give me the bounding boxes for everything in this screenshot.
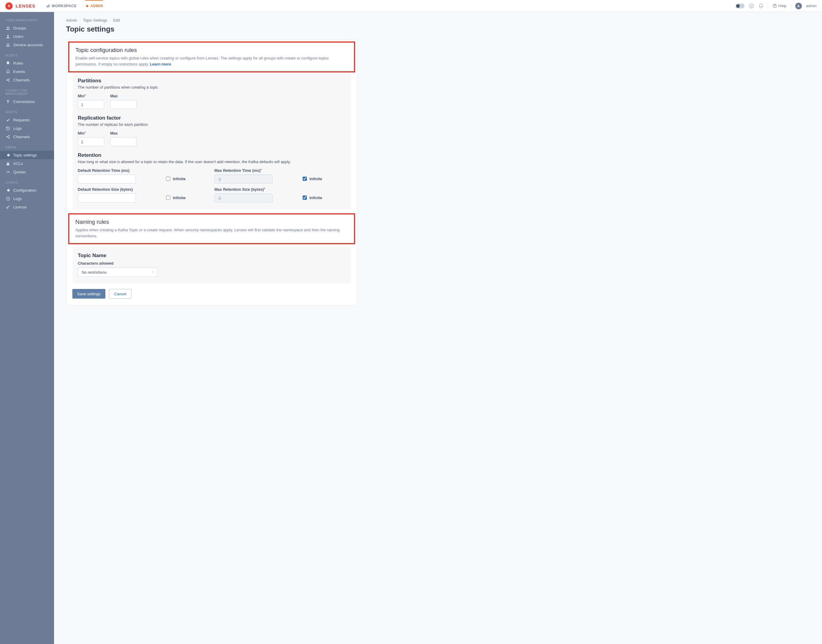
gear-icon: [85, 4, 89, 8]
breadcrumb-topic-settings[interactable]: Topic Settings: [83, 18, 107, 23]
gear-icon: [5, 153, 10, 157]
theme-toggle[interactable]: [736, 4, 744, 8]
replication-min-input[interactable]: [78, 137, 104, 146]
retention-desc: How long or what size is allowed for a t…: [78, 159, 346, 164]
sidebar-item-label: Configuration: [13, 188, 36, 193]
help-icon: [773, 4, 777, 8]
learn-more-link[interactable]: Learn more: [150, 62, 171, 66]
sidebar-item-alert-channels[interactable]: Channels: [0, 76, 54, 84]
sidebar-item-label: Requests: [13, 118, 30, 122]
naming-rules-desc: Applies when creating a Kafka Topic or a…: [75, 227, 348, 239]
breadcrumb-admin[interactable]: Admin: [66, 18, 77, 23]
notification-bell-icon[interactable]: [758, 3, 764, 9]
check-icon: [5, 117, 10, 122]
brand-logo-icon: [5, 2, 12, 9]
form-actions: Save settings Cancel: [66, 284, 357, 299]
svg-point-15: [9, 135, 9, 136]
chars-allowed-select[interactable]: No restrictions: [78, 267, 158, 277]
sidebar-item-lenses-logs[interactable]: Logs: [0, 194, 54, 203]
def-ret-time-infinite-checkbox[interactable]: [166, 176, 170, 181]
svg-rect-1: [46, 6, 47, 8]
replication-desc: The number of replicas for each partitio…: [78, 122, 346, 127]
svg-point-13: [9, 81, 9, 82]
user-name[interactable]: admin: [806, 4, 817, 8]
sidebar-item-label: Channels: [13, 135, 30, 139]
svg-point-6: [7, 27, 8, 28]
sidebar-item-label: Logs: [13, 196, 21, 201]
retention-title: Retention: [78, 152, 346, 158]
sidebar-section-title: ALERTS: [0, 51, 54, 59]
max-ret-size-infinite-checkbox[interactable]: [303, 196, 307, 200]
max-ret-time-infinite-checkbox[interactable]: [303, 176, 307, 181]
partitions-max-input[interactable]: [110, 100, 136, 109]
sidebar-item-groups[interactable]: Groups: [0, 24, 54, 32]
def-ret-time-input[interactable]: [78, 175, 136, 184]
share-icon: [5, 78, 10, 82]
svg-point-7: [8, 27, 9, 28]
svg-point-11: [6, 80, 7, 81]
sidebar-item-service-accounts[interactable]: Service accounts: [0, 41, 54, 49]
sidebar-item-label: Users: [13, 34, 23, 39]
partitions-min-label: Min*: [78, 94, 104, 98]
sidebar-section-title: AUDITS: [0, 108, 54, 116]
replication-max-input[interactable]: [110, 137, 136, 146]
sidebar-item-label: Groups: [13, 26, 26, 30]
topic-name-title: Topic Name: [78, 253, 346, 259]
svg-point-9: [7, 44, 8, 45]
sidebar-item-connections[interactable]: Connections: [0, 97, 54, 106]
infinite-label[interactable]: Infinite: [309, 176, 323, 181]
brand-name: LENSES: [15, 3, 35, 8]
user-icon: [5, 34, 10, 39]
clock-icon: [5, 196, 10, 201]
svg-point-8: [7, 35, 9, 36]
plug-icon: [5, 99, 10, 104]
bell-icon: [5, 61, 10, 66]
svg-point-10: [8, 44, 9, 45]
sidebar-item-events[interactable]: Events: [0, 67, 54, 76]
def-ret-size-infinite-checkbox[interactable]: [166, 196, 170, 200]
sidebar-item-topic-settings[interactable]: Topic settings: [0, 151, 54, 159]
svg-rect-17: [7, 163, 9, 165]
sidebar-item-audit-channels[interactable]: Channels: [0, 132, 54, 141]
sidebar-item-requests[interactable]: Requests: [0, 116, 54, 124]
def-ret-size-input[interactable]: [78, 193, 136, 202]
lock-icon: [5, 161, 10, 166]
svg-point-14: [6, 136, 7, 137]
max-ret-time-label: Max Retention Time (ms)*: [214, 168, 296, 173]
sidebar-item-configuration[interactable]: Configuration: [0, 186, 54, 194]
infinite-label[interactable]: Infinite: [173, 196, 186, 200]
sidebar-item-license[interactable]: License: [0, 203, 54, 211]
def-ret-size-label: Default Retention Size (bytes): [78, 187, 159, 192]
sidebar-item-label: Logs: [13, 126, 21, 131]
sidebar-item-quotas[interactable]: Quotas: [0, 168, 54, 176]
sidebar-item-alert-rules[interactable]: Rules: [0, 59, 54, 67]
cancel-button[interactable]: Cancel: [109, 289, 131, 299]
nav-workspace[interactable]: WORKSPACE: [46, 0, 77, 12]
sidebar-item-users[interactable]: Users: [0, 32, 54, 41]
partitions-desc: The number of partitions when creating a…: [78, 85, 346, 89]
sidebar-item-audit-logs[interactable]: Logs: [0, 124, 54, 132]
check-circle-icon[interactable]: [749, 3, 754, 9]
partitions-min-input[interactable]: [78, 100, 104, 109]
bar-chart-icon: [46, 4, 50, 8]
sidebar-item-acls[interactable]: ACLs: [0, 159, 54, 168]
svg-point-4: [749, 4, 753, 8]
def-ret-time-label: Default Retention Time (ms): [78, 168, 159, 173]
nav-admin[interactable]: ADMIN: [85, 0, 103, 12]
svg-point-16: [9, 138, 9, 138]
sidebar-section-title: KAFKA: [0, 143, 54, 151]
save-button[interactable]: Save settings: [72, 289, 106, 299]
max-ret-size-input[interactable]: [214, 193, 272, 202]
partitions-title: Partitions: [78, 78, 346, 84]
infinite-label[interactable]: Infinite: [173, 176, 186, 181]
gear-icon: [5, 188, 10, 193]
infinite-label[interactable]: Infinite: [309, 196, 323, 200]
chevron-right-icon: ›: [80, 18, 81, 22]
replication-min-label: Min*: [78, 131, 104, 135]
sidebar-item-label: Connections: [13, 100, 35, 104]
help-link[interactable]: Help: [773, 4, 787, 8]
users-icon: [5, 42, 10, 47]
max-ret-time-input[interactable]: [214, 175, 272, 184]
replication-title: Replication factor: [78, 115, 346, 121]
user-avatar[interactable]: A: [795, 3, 802, 9]
